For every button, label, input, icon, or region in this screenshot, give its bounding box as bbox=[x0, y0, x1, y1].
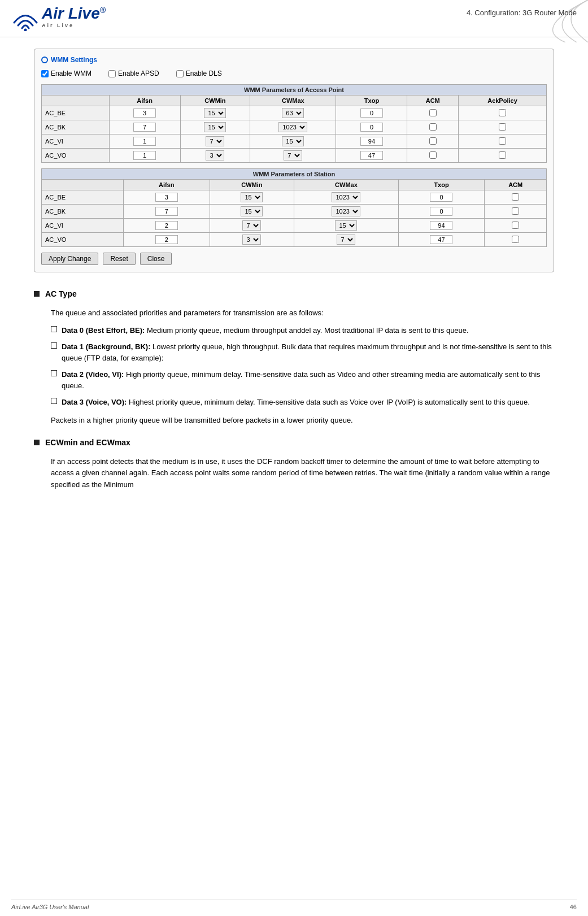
st-aifsn-input-0[interactable] bbox=[155, 193, 178, 202]
st-txop-input-2[interactable] bbox=[430, 221, 452, 230]
st-cwmax-select-1[interactable]: 1023 bbox=[332, 206, 360, 216]
ap-ackpol-cb-0[interactable] bbox=[499, 109, 506, 116]
st-acm-cb-0[interactable] bbox=[512, 193, 519, 201]
ap-cwmax-select-1[interactable]: 1023 bbox=[278, 122, 307, 132]
st-acm-1[interactable] bbox=[485, 205, 547, 219]
ap-ackpol-cb-3[interactable] bbox=[499, 151, 506, 159]
st-txop-input-3[interactable] bbox=[430, 235, 452, 244]
enable-apsd-label[interactable]: Enable APSD bbox=[108, 70, 159, 77]
st-cwmin-1[interactable]: 15 bbox=[210, 205, 294, 219]
ap-cwmax-select-2[interactable]: 15 bbox=[282, 136, 304, 146]
st-txop-1[interactable] bbox=[398, 205, 485, 219]
ap-txop-input-2[interactable] bbox=[360, 137, 383, 146]
ap-ackpol-3[interactable] bbox=[458, 149, 546, 163]
st-txop-3[interactable] bbox=[398, 233, 485, 247]
ap-txop-input-0[interactable] bbox=[360, 108, 383, 118]
ap-ackpol-2[interactable] bbox=[458, 134, 546, 149]
item0-text: Medium priority queue, medium throughput… bbox=[147, 326, 469, 335]
st-acm-cb-1[interactable] bbox=[512, 207, 519, 215]
ap-aifsn-2[interactable] bbox=[109, 134, 180, 149]
st-cwmax-select-0[interactable]: 1023 bbox=[332, 192, 360, 202]
ap-cwmin-select-0[interactable]: 15 bbox=[204, 108, 226, 118]
enable-dls-label[interactable]: Enable DLS bbox=[176, 70, 222, 77]
st-cwmin-0[interactable]: 15 bbox=[210, 190, 294, 205]
st-cwmax-2[interactable]: 15 bbox=[294, 219, 398, 233]
st-cwmax-1[interactable]: 1023 bbox=[294, 205, 398, 219]
st-acm-2[interactable] bbox=[485, 219, 547, 233]
ap-cwmin-select-2[interactable]: 7 bbox=[206, 136, 224, 146]
st-cwmax-0[interactable]: 1023 bbox=[294, 190, 398, 205]
st-acm-cb-3[interactable] bbox=[512, 236, 519, 243]
ap-cwmax-select-3[interactable]: 7 bbox=[284, 150, 302, 160]
ap-txop-0[interactable] bbox=[336, 106, 407, 120]
ap-acm-cb-0[interactable] bbox=[429, 109, 437, 116]
st-aifsn-input-1[interactable] bbox=[155, 207, 178, 216]
enable-wmm-label[interactable]: Enable WMM bbox=[41, 70, 92, 77]
ap-cwmax-1[interactable]: 1023 bbox=[250, 120, 336, 134]
st-txop-input-1[interactable] bbox=[430, 207, 452, 216]
st-cwmin-select-1[interactable]: 15 bbox=[241, 206, 263, 216]
enable-apsd-checkbox[interactable] bbox=[108, 70, 116, 77]
st-acm-0[interactable] bbox=[485, 190, 547, 205]
ap-txop-input-3[interactable] bbox=[360, 151, 383, 160]
st-txop-2[interactable] bbox=[398, 219, 485, 233]
ap-acm-cb-3[interactable] bbox=[429, 151, 437, 159]
ap-acm-1[interactable] bbox=[407, 120, 459, 134]
st-aifsn-2[interactable] bbox=[123, 219, 210, 233]
st-aifsn-0[interactable] bbox=[123, 190, 210, 205]
ap-cwmax-2[interactable]: 15 bbox=[250, 134, 336, 149]
st-aifsn-input-3[interactable] bbox=[155, 235, 178, 244]
st-cwmin-2[interactable]: 7 bbox=[210, 219, 294, 233]
ap-cwmin-0[interactable]: 15 bbox=[180, 106, 250, 120]
ap-ackpol-1[interactable] bbox=[458, 120, 546, 134]
st-cwmax-select-2[interactable]: 15 bbox=[335, 220, 357, 231]
st-acm-3[interactable] bbox=[485, 233, 547, 247]
ap-cwmin-select-3[interactable]: 3 bbox=[206, 150, 224, 160]
apply-change-button[interactable]: Apply Change bbox=[41, 253, 98, 265]
ap-aifsn-input-2[interactable] bbox=[133, 137, 156, 146]
ap-cwmin-3[interactable]: 3 bbox=[180, 149, 250, 163]
st-txop-0[interactable] bbox=[398, 190, 485, 205]
ap-aifsn-input-3[interactable] bbox=[133, 151, 156, 160]
ap-cwmax-0[interactable]: 63 bbox=[250, 106, 336, 120]
st-aifsn-3[interactable] bbox=[123, 233, 210, 247]
ap-acm-cb-1[interactable] bbox=[429, 123, 437, 131]
ap-aifsn-input-0[interactable] bbox=[133, 108, 156, 118]
ap-aifsn-0[interactable] bbox=[109, 106, 180, 120]
ap-aifsn-3[interactable] bbox=[109, 149, 180, 163]
ap-aifsn-1[interactable] bbox=[109, 120, 180, 134]
close-button[interactable]: Close bbox=[140, 253, 172, 265]
st-cwmin-3[interactable]: 3 bbox=[210, 233, 294, 247]
ap-acm-3[interactable] bbox=[407, 149, 459, 163]
st-acm-cb-2[interactable] bbox=[512, 222, 519, 229]
st-cwmin-select-2[interactable]: 7 bbox=[242, 220, 261, 231]
ap-ackpol-cb-1[interactable] bbox=[499, 123, 506, 131]
ap-ackpol-cb-2[interactable] bbox=[499, 137, 506, 145]
ap-cwmin-2[interactable]: 7 bbox=[180, 134, 250, 149]
ap-txop-input-1[interactable] bbox=[360, 123, 383, 132]
st-cwmin-select-3[interactable]: 3 bbox=[242, 235, 261, 245]
ap-ackpol-0[interactable] bbox=[458, 106, 546, 120]
ap-txop-3[interactable] bbox=[336, 149, 407, 163]
ap-txop-1[interactable] bbox=[336, 120, 407, 134]
ap-cwmax-select-0[interactable]: 63 bbox=[282, 108, 304, 118]
st-txop-input-0[interactable] bbox=[430, 193, 452, 202]
st-aifsn-input-2[interactable] bbox=[155, 221, 178, 230]
reset-button[interactable]: Reset bbox=[103, 253, 135, 265]
ap-aifsn-input-1[interactable] bbox=[133, 123, 156, 132]
st-aifsn-1[interactable] bbox=[123, 205, 210, 219]
ap-cwmax-3[interactable]: 7 bbox=[250, 149, 336, 163]
sub-bullet-2 bbox=[51, 370, 57, 376]
ap-acm-0[interactable] bbox=[407, 106, 459, 120]
st-cwmax-3[interactable]: 7 bbox=[294, 233, 398, 247]
enable-wmm-checkbox[interactable] bbox=[41, 70, 49, 77]
ap-acm-2[interactable] bbox=[407, 134, 459, 149]
st-cwmin-select-0[interactable]: 15 bbox=[241, 192, 263, 202]
ap-cwmin-select-1[interactable]: 15 bbox=[204, 122, 226, 132]
ap-acm-cb-2[interactable] bbox=[429, 137, 437, 145]
ap-txop-2[interactable] bbox=[336, 134, 407, 149]
st-cwmax-select-3[interactable]: 7 bbox=[337, 235, 355, 245]
ap-cwmin-1[interactable]: 15 bbox=[180, 120, 250, 134]
enable-dls-checkbox[interactable] bbox=[176, 70, 184, 77]
ap-table: WMM Parameters of Access Point Aifsn CWM… bbox=[41, 84, 547, 163]
